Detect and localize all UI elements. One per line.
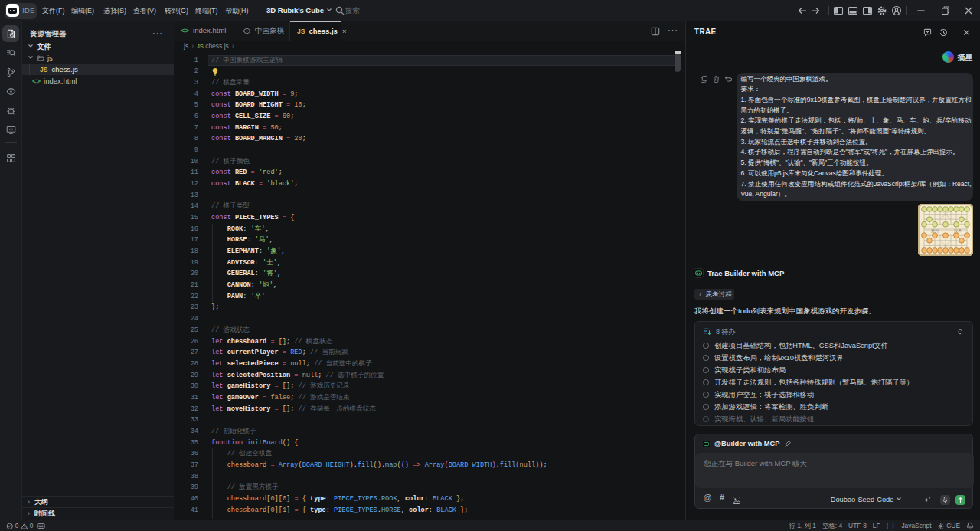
svg-text:汉界: 汉界	[954, 228, 962, 234]
